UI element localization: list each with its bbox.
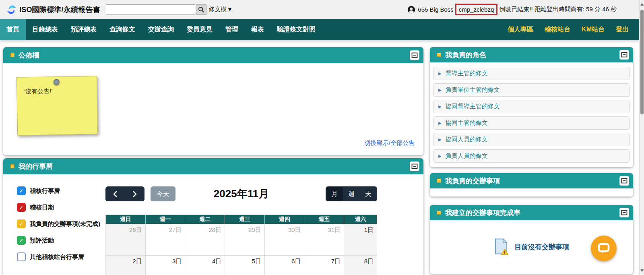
nav-item-km-site[interactable]: KM站台 [576, 19, 610, 40]
calendar-grid: 週日 週一 週二 週三 週四 週五 週六 26日 27日 28日 29日 30日 [105, 215, 377, 275]
day-cell[interactable]: 3日 [145, 256, 185, 275]
nav-item-home[interactable]: 首頁 [0, 19, 26, 40]
role-item-label: 督導主管的條文 [446, 70, 488, 77]
minimize-button[interactable] [410, 50, 419, 60]
task-completion-panel-header: 我建立的交辦事項完成率 [430, 205, 633, 220]
page: ISO國際標準/永續報告書 條文樹▼ 655 Big Boss cmp_zcle… [0, 0, 644, 275]
role-item-label: 負責人員的條文 [446, 152, 488, 160]
nav-item-verification-mapping[interactable]: 驗證條文對照 [270, 19, 322, 40]
search-button[interactable] [196, 4, 206, 15]
livechat-button[interactable] [591, 236, 617, 261]
scroll-up-arrow-icon[interactable] [640, 3, 644, 6]
day-cell[interactable]: 1日 [344, 224, 377, 256]
filter-audit-date: ✓ 稽核日期 [17, 203, 100, 212]
scrollbar-thumb[interactable] [640, 10, 644, 114]
no-announcement-text: '沒有公告!' [24, 87, 52, 95]
weekday-header: 週三 [225, 215, 265, 224]
day-cell[interactable]: 2日 [106, 256, 146, 275]
checkbox-checked[interactable]: ✓ [17, 186, 26, 195]
panel-bullet-icon [10, 53, 14, 57]
day-cell[interactable]: 30日 [264, 224, 304, 256]
no-tasks-text: 目前沒有交辦事項 [514, 242, 569, 252]
nav-item-manage[interactable]: 管理 [219, 19, 245, 40]
role-item-co-staff[interactable]: ▶ 協同人員的條文 [433, 133, 630, 146]
day-cell[interactable]: 8日 [344, 256, 377, 275]
nav-item-reports[interactable]: 報表 [245, 19, 270, 40]
nav-item-personal-area[interactable]: 個人專區 [502, 19, 539, 40]
role-item-responsible-staff[interactable]: ▶ 負責人員的條文 [433, 149, 630, 163]
minimize-button[interactable] [619, 208, 629, 217]
role-item-label: 協同主管的條文 [446, 119, 488, 127]
caret-right-icon: ▶ [438, 154, 442, 158]
day-cell[interactable]: 31日 [304, 224, 344, 256]
filter-label: 稽核日期 [30, 204, 54, 211]
day-cell[interactable]: 7日 [304, 256, 344, 275]
view-week-button[interactable]: 週 [343, 187, 360, 201]
view-day-button[interactable]: 天 [360, 187, 377, 201]
calendar-panel-header: 我的行事曆 [3, 158, 423, 174]
filter-label: 其他稽核站台行事曆 [30, 253, 84, 261]
day-cell[interactable]: 29日 [225, 224, 265, 256]
calendar-controls: 今天 2025年11月 月 週 天 [105, 186, 377, 201]
nav-right-group: 個人專區 稽核站台 KM站台 登出 [502, 19, 634, 40]
my-tasks-panel-title: 我負責的交辦事項 [445, 176, 500, 186]
day-cell[interactable]: 27日 [145, 224, 185, 256]
panel-bullet-icon [10, 164, 14, 168]
chat-bubble-icon [597, 242, 611, 255]
nav-item-preassessment[interactable]: 預評總表 [64, 19, 103, 40]
nav-item-task-query[interactable]: 交辦查詢 [142, 19, 180, 40]
minimize-button[interactable] [410, 161, 419, 171]
weekday-header: 週六 [344, 215, 377, 224]
app-title: ISO國際標準/永續報告書 [19, 5, 100, 14]
minimize-button[interactable] [619, 176, 629, 186]
scroll-down-arrow-icon[interactable] [640, 269, 644, 272]
minimize-button[interactable] [619, 50, 629, 60]
my-roles-panel-title: 我負責的角色 [445, 50, 486, 60]
nav-item-logout[interactable]: 登出 [610, 19, 634, 40]
calendar-panel-body: ✓ 稽核行事曆 ✓ 稽核日期 ✓ 我負責的交辦事項(未完成) ✓ 預評活動 [3, 174, 423, 275]
bulletin-panel: 公佈欄 '沒有公告!' 切換顯示/全部公告 [3, 47, 423, 155]
my-roles-panel-body: ▶ 督導主管的條文 ▶ 負責單位主管的條文 ▶ 協同督導主管的條文 ▶ 協同主管… [430, 62, 633, 167]
role-item-co-supervising-manager[interactable]: ▶ 協同督導主管的條文 [433, 100, 630, 113]
checkbox-unchecked[interactable] [17, 252, 26, 261]
my-roles-panel-header: 我負責的角色 [430, 47, 633, 62]
day-cell[interactable]: 28日 [185, 224, 225, 256]
minimize-icon [621, 52, 627, 58]
role-item-supervisor[interactable]: ▶ 督導主管的條文 [433, 67, 630, 80]
day-cell[interactable]: 5日 [225, 256, 265, 275]
search-input[interactable] [106, 4, 195, 15]
day-cell[interactable]: 6日 [264, 256, 304, 275]
vertical-scrollbar [639, 0, 644, 275]
calendar-panel-title: 我的行事曆 [19, 162, 53, 171]
day-cell[interactable]: 4日 [185, 256, 225, 275]
day-cell[interactable]: 26日 [106, 224, 146, 256]
role-item-unit-supervisor[interactable]: ▶ 負責單位主管的條文 [433, 83, 630, 97]
session-countdown-text: 倒數已結束!! 距離登出時間尚有: 59 分 46 秒 [499, 6, 617, 13]
nav-item-query-articles[interactable]: 查詢條文 [103, 19, 142, 40]
checkbox-checked[interactable]: ✓ [17, 236, 26, 245]
checkbox-checked[interactable]: ✓ [17, 219, 26, 228]
caret-right-icon: ▶ [438, 71, 442, 76]
minimize-icon [621, 210, 627, 215]
bulletin-panel-body: '沒有公告!' 切換顯示/全部公告 [3, 63, 423, 155]
my-roles-panel: 我負責的角色 ▶ 督導主管的條文 ▶ 負責單位主管的條文 [430, 47, 633, 167]
calendar-week-row: 26日 27日 28日 29日 30日 31日 1日 [106, 224, 377, 256]
view-month-button[interactable]: 月 [326, 187, 343, 201]
caret-right-icon: ▶ [438, 104, 442, 109]
nav-item-audit-site[interactable]: 稽核站台 [539, 19, 576, 40]
nav-item-committee[interactable]: 委員意見 [180, 19, 219, 40]
calendar-week-row: 2日 3日 4日 5日 6日 7日 8日 [106, 256, 377, 275]
user-icon [407, 6, 415, 14]
role-item-co-manager[interactable]: ▶ 協同主管的條文 [433, 116, 630, 130]
checkbox-checked[interactable]: ✓ [17, 203, 26, 212]
task-completion-panel-title: 我建立的交辦事項完成率 [445, 208, 520, 217]
article-tree-link[interactable]: 條文樹▼ [209, 6, 233, 13]
search-icon [198, 6, 204, 13]
role-item-label: 協同人員的條文 [446, 136, 488, 143]
weekday-header: 週二 [185, 215, 225, 224]
role-item-label: 負責單位主管的條文 [446, 86, 500, 94]
filter-audit-calendar: ✓ 稽核行事曆 [17, 186, 100, 195]
nav-item-catalog[interactable]: 目錄總表 [26, 19, 64, 40]
toggle-all-announcements-link[interactable]: 切換顯示/全部公告 [365, 139, 415, 147]
user-account: cmp_zclebzq [459, 6, 494, 13]
